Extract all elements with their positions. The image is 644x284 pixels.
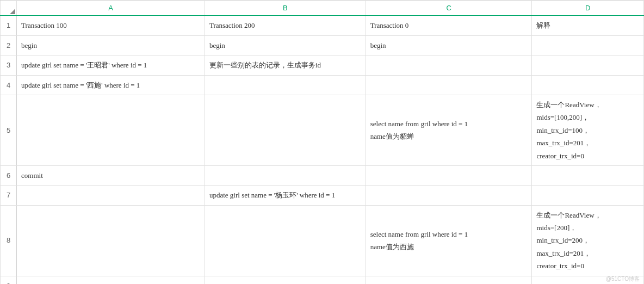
table-row: 6 commit (1, 165, 644, 185)
col-header-a[interactable]: A (17, 1, 205, 16)
cell-a3[interactable]: update girl set name = '王昭君' where id = … (17, 55, 205, 75)
row-header[interactable]: 1 (1, 16, 17, 35)
cell-c4[interactable] (366, 75, 532, 95)
cell-d8[interactable]: 生成一个ReadView， mids=[200]， min_trx_id=200… (532, 205, 644, 276)
cell-d5[interactable]: 生成一个ReadView， mids=[100,200]， min_trx_id… (532, 95, 644, 165)
spreadsheet-table: A B C D 1 Transaction 100 Transaction 20… (0, 0, 644, 284)
cell-b7[interactable]: update girl set name = '杨玉环' where id = … (205, 186, 366, 205)
cell-a1[interactable]: Transaction 100 (17, 16, 205, 35)
cell-b5[interactable] (205, 95, 366, 165)
table-row: 4 update girl set name = '西施' where id =… (1, 75, 644, 95)
cell-a8[interactable] (17, 205, 205, 276)
cell-d2[interactable] (532, 35, 644, 55)
cell-b9[interactable]: commit (205, 276, 366, 284)
row-header[interactable]: 2 (1, 35, 17, 55)
table-row: 2 begin begin begin (1, 35, 644, 55)
col-header-c[interactable]: C (366, 1, 532, 16)
table-row: 7 update girl set name = '杨玉环' where id … (1, 186, 644, 205)
cell-d7[interactable] (532, 186, 644, 205)
table-row: 9 commit (1, 276, 644, 284)
cell-a9[interactable] (17, 276, 205, 284)
row-header[interactable]: 8 (1, 205, 17, 276)
cell-c8[interactable]: select name from gril where id = 1 name值… (366, 205, 532, 276)
cell-d1[interactable]: 解释 (532, 16, 644, 35)
column-header-row: A B C D (1, 1, 644, 16)
cell-a4[interactable]: update girl set name = '西施' where id = 1 (17, 75, 205, 95)
cell-a7[interactable] (17, 186, 205, 205)
col-header-d[interactable]: D (532, 1, 644, 16)
watermark-text: @51CTO博客 (606, 275, 640, 283)
cell-d3[interactable] (532, 55, 644, 75)
row-header[interactable]: 3 (1, 55, 17, 75)
cell-c3[interactable] (366, 55, 532, 75)
cell-c1[interactable]: Transaction 0 (366, 16, 532, 35)
col-header-b[interactable]: B (205, 1, 366, 16)
cell-c2[interactable]: begin (366, 35, 532, 55)
cell-d4[interactable] (532, 75, 644, 95)
table-row: 5 select name from gril where id = 1 nam… (1, 95, 644, 165)
cell-b3[interactable]: 更新一些别的表的记录，生成事务id (205, 55, 366, 75)
table-row: 8 select name from gril where id = 1 nam… (1, 205, 644, 276)
cell-a5[interactable] (17, 95, 205, 165)
cell-c5[interactable]: select name from gril where id = 1 name值… (366, 95, 532, 165)
table-row: 3 update girl set name = '王昭君' where id … (1, 55, 644, 75)
cell-b2[interactable]: begin (205, 35, 366, 55)
cell-a6[interactable]: commit (17, 165, 205, 185)
table-row: 1 Transaction 100 Transaction 200 Transa… (1, 16, 644, 35)
cell-c6[interactable] (366, 165, 532, 185)
row-header[interactable]: 7 (1, 186, 17, 205)
cell-b4[interactable] (205, 75, 366, 95)
row-header[interactable]: 6 (1, 165, 17, 185)
cell-a2[interactable]: begin (17, 35, 205, 55)
row-header[interactable]: 9 (1, 276, 17, 284)
cell-c7[interactable] (366, 186, 532, 205)
row-header[interactable]: 5 (1, 95, 17, 165)
cell-b6[interactable] (205, 165, 366, 185)
cell-b1[interactable]: Transaction 200 (205, 16, 366, 35)
cell-d6[interactable] (532, 165, 644, 185)
corner-cell[interactable] (1, 1, 17, 16)
cell-b8[interactable] (205, 205, 366, 276)
cell-c9[interactable] (366, 276, 532, 284)
row-header[interactable]: 4 (1, 75, 17, 95)
